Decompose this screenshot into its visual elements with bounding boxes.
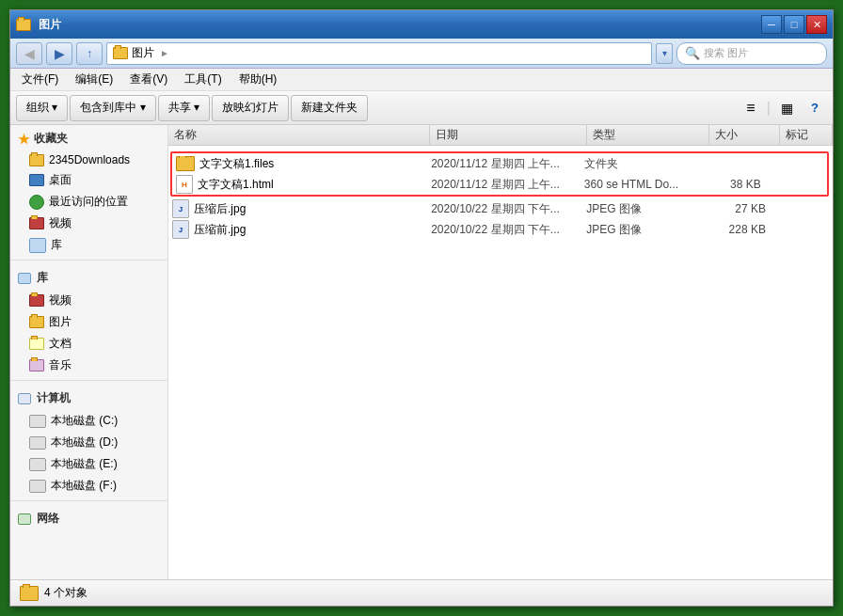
explorer-window: 图片 ─ □ ✕ ◀ ▶ ↑ 图片 ► ▾ 🔍 搜索 图片 文件(F) 编辑(E…: [9, 9, 834, 607]
sidebar-favorites-label: 收藏夹: [34, 131, 68, 147]
col-header-tag[interactable]: 标记: [780, 125, 833, 145]
col-size-label: 大小: [715, 127, 738, 143]
back-button[interactable]: ◀: [16, 42, 42, 65]
sidebar-item-videos-fav-label: 视频: [49, 215, 72, 231]
sidebar-item-library-fav[interactable]: 库: [10, 234, 167, 256]
col-header-name[interactable]: 名称: [168, 125, 430, 145]
file-size-2: 27 KB: [735, 202, 766, 215]
help-button[interactable]: ?: [803, 96, 827, 120]
addressbar: ◀ ▶ ↑ 图片 ► ▾ 🔍 搜索 图片: [10, 39, 833, 69]
sidebar-item-docs-lib[interactable]: 文档: [10, 333, 167, 355]
sidebar-library-header: 库: [10, 264, 167, 290]
video-lib-icon: [29, 294, 44, 307]
minimize-button[interactable]: ─: [761, 15, 782, 34]
sidebar-computer-label: 计算机: [37, 390, 71, 406]
sidebar-item-recent[interactable]: 最近访问的位置: [10, 191, 167, 213]
folder-file-icon: [176, 156, 195, 171]
sidebar-divider-2: [10, 380, 167, 381]
sidebar-divider-3: [10, 500, 167, 501]
share-button[interactable]: 共享 ▾: [158, 95, 210, 121]
close-button[interactable]: ✕: [806, 15, 827, 34]
sidebar-item-pictures-lib-label: 图片: [49, 314, 72, 330]
new-folder-button[interactable]: 新建文件夹: [291, 95, 368, 121]
include-library-button[interactable]: 包含到库中 ▾: [70, 95, 155, 121]
up-button[interactable]: ↑: [76, 42, 103, 65]
menu-edit[interactable]: 编辑(E): [68, 70, 120, 89]
sidebar-favorites-header: ★ 收藏夹: [10, 125, 167, 150]
table-row[interactable]: 文字文稿1.files 2020/11/12 星期四 上午... 文件夹: [172, 153, 827, 174]
sidebar-item-desktop[interactable]: 桌面: [10, 169, 167, 191]
sidebar-computer-section: 计算机 本地磁盘 (C:) 本地磁盘 (D:) 本地磁盘 (E:) 本地磁盘 (…: [10, 385, 167, 497]
sidebar-item-downloads-label: 2345Downloads: [49, 153, 130, 166]
path-dropdown[interactable]: ▾: [656, 43, 673, 64]
desktop-icon: [29, 174, 44, 186]
sidebar-item-drive-f-label: 本地磁盘 (F:): [51, 478, 117, 494]
sidebar-item-music-lib[interactable]: 音乐: [10, 355, 167, 376]
maximize-button[interactable]: □: [784, 15, 804, 34]
library-section-icon: [18, 273, 31, 284]
organize-button[interactable]: 组织 ▾: [16, 95, 68, 121]
titlebar-left: 图片: [16, 17, 61, 33]
sidebar-item-downloads[interactable]: 2345Downloads: [10, 150, 167, 169]
menu-view[interactable]: 查看(V): [122, 70, 175, 89]
file-size-3: 228 KB: [729, 223, 766, 236]
sidebar-item-drive-c-label: 本地磁盘 (C:): [51, 413, 118, 429]
sidebar-favorites-section: ★ 收藏夹 2345Downloads 桌面 最近访问的位置 视频: [10, 125, 167, 256]
file-items: 文字文稿1.files 2020/11/12 星期四 上午... 文件夹: [168, 146, 833, 579]
col-tag-label: 标记: [786, 127, 808, 143]
sidebar-item-drive-f[interactable]: 本地磁盘 (F:): [10, 475, 167, 497]
file-type-2: JPEG 图像: [586, 201, 642, 217]
pictures-lib-icon: [29, 316, 44, 328]
file-name-3: 压缩前.jpg: [194, 222, 246, 238]
file-size-1: 38 KB: [730, 178, 761, 191]
file-name-1: 文字文稿1.html: [198, 177, 274, 193]
sidebar-item-pictures-lib[interactable]: 图片: [10, 311, 167, 333]
path-separator: ►: [160, 48, 169, 58]
file-type-1: 360 se HTML Do...: [584, 178, 678, 191]
path-text: 图片: [132, 45, 154, 61]
search-icon: 🔍: [685, 46, 700, 60]
statusbar: 4 个对象: [10, 579, 833, 606]
sidebar-divider-1: [10, 260, 167, 261]
file-date-2: 2020/10/22 星期四 下午...: [431, 201, 560, 217]
sidebar-item-library-fav-label: 库: [51, 237, 62, 253]
table-row[interactable]: J 压缩前.jpg 2020/10/22 星期四 下午... JPEG 图像 2…: [168, 219, 833, 240]
forward-button[interactable]: ▶: [46, 42, 72, 65]
search-box[interactable]: 🔍 搜索 图片: [676, 42, 827, 65]
file-list-area: 名称 日期 类型 大小 标记: [168, 125, 833, 579]
file-name-2: 压缩后.jpg: [194, 201, 246, 217]
view-toggle-button[interactable]: ≡: [739, 96, 763, 120]
toolbar-right: ≡ | ▦ ?: [739, 96, 827, 120]
library-icon: [29, 238, 46, 253]
sidebar-library-label: 库: [37, 270, 48, 286]
sidebar-item-drive-d[interactable]: 本地磁盘 (D:): [10, 432, 167, 453]
col-name-label: 名称: [174, 127, 197, 143]
table-row[interactable]: J 压缩后.jpg 2020/10/22 星期四 下午... JPEG 图像 2…: [168, 198, 833, 219]
sidebar-item-drive-c[interactable]: 本地磁盘 (C:): [10, 410, 167, 432]
sidebar-item-drive-e[interactable]: 本地磁盘 (E:): [10, 453, 167, 475]
docs-lib-icon: [29, 338, 44, 350]
slideshow-button[interactable]: 放映幻灯片: [212, 95, 289, 121]
sidebar-computer-header: 计算机: [10, 385, 167, 410]
pane-toggle-button[interactable]: ▦: [774, 96, 799, 120]
file-type-3: JPEG 图像: [586, 222, 642, 238]
col-header-type[interactable]: 类型: [587, 125, 709, 145]
menu-file[interactable]: 文件(F): [14, 70, 66, 89]
sidebar-item-videos-lib-label: 视频: [49, 292, 72, 308]
file-date-3: 2020/10/22 星期四 下午...: [431, 222, 560, 238]
file-date-0: 2020/11/12 星期四 上午...: [431, 156, 560, 172]
window-icon: [16, 19, 31, 31]
col-header-date[interactable]: 日期: [430, 125, 587, 145]
table-row[interactable]: H 文字文稿1.html 2020/11/12 星期四 上午... 360 se…: [172, 174, 827, 195]
menu-help[interactable]: 帮助(H): [231, 70, 285, 89]
col-header-size[interactable]: 大小: [709, 125, 780, 145]
sidebar-item-music-lib-label: 音乐: [49, 357, 72, 373]
sidebar-item-docs-lib-label: 文档: [49, 336, 72, 352]
menu-tools[interactable]: 工具(T): [177, 70, 229, 89]
titlebar-controls: ─ □ ✕: [761, 15, 827, 34]
titlebar: 图片 ─ □ ✕: [10, 10, 833, 39]
sidebar-item-videos-fav[interactable]: 视频: [10, 213, 167, 234]
address-path[interactable]: 图片 ►: [106, 42, 652, 65]
drive-f-icon: [29, 480, 46, 493]
sidebar-item-videos-lib[interactable]: 视频: [10, 290, 167, 311]
